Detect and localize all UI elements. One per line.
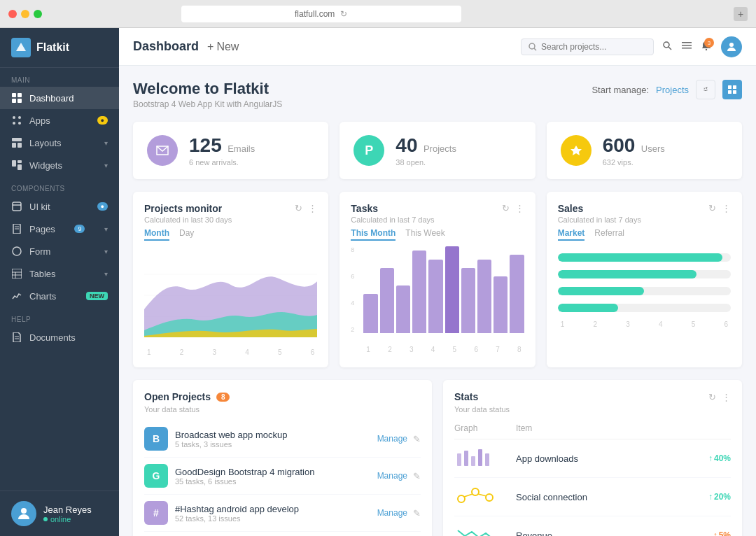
- more-icon[interactable]: ⋮: [722, 203, 731, 213]
- sidebar-item-documents[interactable]: Documents: [0, 326, 119, 348]
- chart-projects-actions[interactable]: ↻ ⋮: [295, 203, 317, 213]
- notification-bell[interactable]: 3: [701, 41, 711, 52]
- maximize-dot[interactable]: [34, 10, 42, 18]
- sidebar-item-dashboard[interactable]: Dashboard: [0, 87, 119, 109]
- sidebar-item-tables[interactable]: Tables ▾: [0, 262, 119, 285]
- new-button[interactable]: + New: [207, 41, 239, 53]
- charts-badge: NEW: [86, 292, 108, 300]
- chart-tasks: Tasks Calculated in last 7 days ↻ ⋮ This…: [340, 192, 535, 367]
- grid-view-button[interactable]: [722, 80, 742, 99]
- sidebar-section-help: Help: [0, 307, 119, 326]
- svg-point-51: [458, 495, 465, 502]
- user-name: Jean Reyes: [43, 505, 108, 515]
- topbar-user-avatar[interactable]: [721, 36, 742, 57]
- tab-month[interactable]: Month: [144, 228, 169, 241]
- page-title: Welcome to Flatkit: [133, 80, 282, 98]
- hbar-fill-4: [558, 304, 619, 312]
- chart-tasks-tabs: This Month This Week: [351, 228, 524, 241]
- manage-btn-1[interactable]: Manage: [377, 434, 407, 444]
- manage-btn-2[interactable]: Manage: [377, 471, 407, 481]
- stats-card: Stats ↻ ⋮ Your data status Graph Item: [443, 380, 742, 536]
- menu-icon-btn[interactable]: [682, 41, 692, 52]
- hbar-fill-1: [558, 253, 722, 262]
- svg-rect-4: [18, 99, 22, 103]
- new-tab-button[interactable]: +: [734, 7, 748, 21]
- logo-text: Flatkit: [36, 41, 69, 54]
- chart-tasks-header: Tasks Calculated in last 7 days ↻ ⋮: [351, 203, 524, 224]
- refresh-icon[interactable]: ↻: [708, 392, 716, 402]
- hbar-row-4: [558, 304, 731, 312]
- browser-url-bar[interactable]: flatfull.com ↻: [181, 6, 461, 22]
- search-box[interactable]: [521, 38, 654, 55]
- refresh-icon[interactable]: ↻: [295, 203, 302, 213]
- tab-day[interactable]: Day: [179, 228, 194, 241]
- tab-referral[interactable]: Referral: [594, 228, 624, 241]
- project-item-1: B Broadcast web app mockup 5 tasks, 3 is…: [144, 421, 421, 458]
- docs-icon: [11, 332, 22, 343]
- chart-sales-header: Sales Calculated in last 7 days ↻ ⋮: [558, 203, 731, 224]
- search-input[interactable]: [541, 42, 646, 52]
- svg-point-6: [18, 116, 21, 119]
- sidebar-item-uikit[interactable]: UI kit ●: [0, 195, 119, 218]
- sidebar-item-widgets[interactable]: Widgets ▾: [0, 154, 119, 176]
- stats-actions[interactable]: ↻ ⋮: [708, 392, 731, 402]
- search-icon-btn[interactable]: [662, 41, 672, 52]
- bar-2: [380, 268, 394, 333]
- tab-this-month[interactable]: This Month: [351, 228, 396, 241]
- svg-rect-46: [457, 453, 461, 466]
- project-item-4: G Google material design application 16 …: [144, 532, 421, 536]
- sidebar-item-layouts[interactable]: Layouts ▾: [0, 132, 119, 154]
- svg-rect-48: [471, 456, 475, 466]
- area-chart: [144, 246, 317, 344]
- svg-rect-1: [12, 93, 16, 97]
- sidebar-item-pages[interactable]: Pages 9 ▾: [0, 218, 119, 240]
- chart-sales-sub: Calculated in last 7 days: [558, 216, 641, 224]
- manage-btn-3[interactable]: Manage: [377, 508, 407, 518]
- stats-row-2: Social connection ↑ 20%: [454, 478, 731, 516]
- bar-chart: [363, 246, 524, 333]
- email-sub: 6 new arrivals.: [189, 158, 314, 167]
- edit-icon-2[interactable]: ✎: [413, 471, 421, 481]
- svg-point-53: [486, 494, 493, 501]
- svg-line-29: [534, 48, 536, 50]
- sidebar-label-charts: Charts: [29, 291, 56, 302]
- project-meta-2: 35 tasks, 6 issues: [175, 477, 370, 486]
- chart-sales-actions[interactable]: ↻ ⋮: [708, 203, 731, 213]
- hbar-row-3: [558, 287, 731, 295]
- status-dot: [43, 517, 48, 521]
- project-name-1: Broadcast web app mockup: [175, 430, 370, 440]
- tab-this-week[interactable]: This Week: [405, 228, 444, 241]
- svg-point-35: [706, 49, 707, 50]
- sidebar-item-apps[interactable]: Apps ●: [0, 109, 119, 132]
- open-projects-card: Open Projects 8 Your data status B Broad…: [133, 380, 432, 536]
- more-icon[interactable]: ⋮: [722, 392, 731, 402]
- chart-sales: Sales Calculated in last 7 days ↻ ⋮ Mark…: [547, 192, 742, 367]
- stats-header: Stats ↻ ⋮: [454, 391, 731, 402]
- sidebar-label-form: Form: [29, 246, 50, 257]
- tab-market[interactable]: Market: [558, 228, 585, 241]
- edit-icon-1[interactable]: ✎: [413, 434, 421, 444]
- stat-item-revenue: Revenue: [516, 530, 683, 537]
- svg-point-36: [729, 43, 734, 47]
- edit-icon-3[interactable]: ✎: [413, 508, 421, 519]
- refresh-icon[interactable]: ↻: [502, 203, 510, 213]
- more-icon[interactable]: ⋮: [515, 203, 524, 213]
- sidebar-item-form[interactable]: Form ▾: [0, 240, 119, 262]
- project-info: 40 Projects 38 open.: [396, 134, 521, 167]
- sidebar-item-charts[interactable]: Charts NEW: [0, 285, 119, 307]
- project-meta-3: 52 tasks, 13 issues: [175, 514, 370, 523]
- close-dot[interactable]: [8, 10, 17, 18]
- search-icon: [528, 43, 537, 51]
- project-sub: 38 open.: [396, 158, 521, 167]
- chart-tasks-actions[interactable]: ↻ ⋮: [502, 203, 524, 213]
- minimize-dot[interactable]: [21, 10, 29, 18]
- projects-link[interactable]: Projects: [656, 85, 689, 95]
- email-label: Emails: [227, 143, 255, 154]
- refresh-icon[interactable]: ↻: [708, 203, 716, 213]
- gear-button[interactable]: [696, 80, 715, 99]
- refresh-icon[interactable]: ↻: [340, 9, 347, 19]
- stat-card-emails: 125 Emails 6 new arrivals.: [133, 122, 328, 179]
- more-icon[interactable]: ⋮: [308, 203, 317, 213]
- bar-5: [428, 260, 442, 333]
- charts-icon: [11, 290, 22, 302]
